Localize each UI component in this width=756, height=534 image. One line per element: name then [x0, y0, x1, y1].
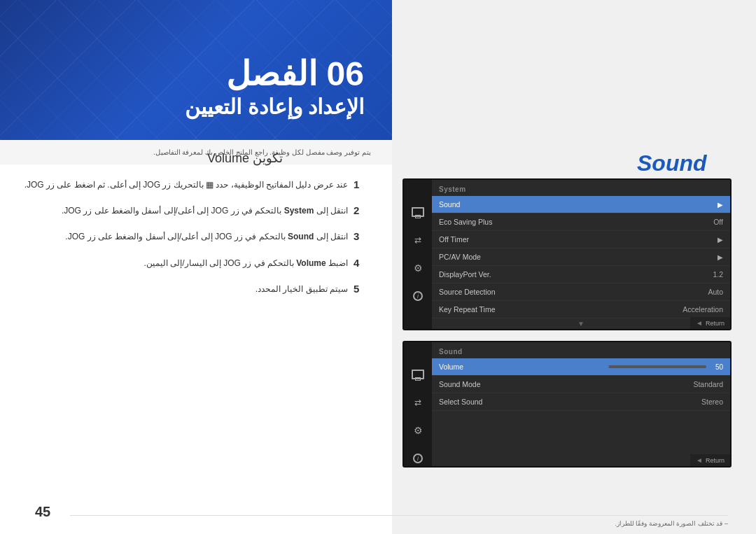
gear-icon: ⚙	[410, 260, 426, 276]
menu-header-1: System	[432, 180, 730, 196]
volume-fill	[463, 365, 609, 368]
arrows-icon-2: ⇄	[410, 395, 426, 410]
monitor-sidebar-1: ⇄ ⚙ i	[404, 180, 432, 329]
menu-down-arrow-1: ▼	[432, 318, 730, 329]
menu-item-eco: Eco Saving Plus Off	[432, 213, 730, 231]
menu-item-selectsound: Select Sound Stereo	[432, 393, 730, 411]
monitor-sidebar-2: ⇄ ⚙ i	[404, 342, 432, 466]
step-4: 4 اضبط Volume بالتحكم في زر JOG إلى اليس…	[21, 257, 371, 270]
step-number-4: 4	[354, 257, 371, 269]
step-text-5: سيتم تطبيق الخيار المحدد.	[255, 283, 348, 296]
header-section: 06 الفصل الإعداد وإعادة التعيين	[0, 0, 392, 140]
gear-icon-2: ⚙	[410, 423, 426, 438]
menu-item-pcav: PC/AV Mode ▶	[432, 248, 730, 266]
step-2: 2 انتقل إلى System بالتحكم في زر JOG إلى…	[21, 204, 371, 218]
volume-section-title: تكوين Volume	[112, 150, 378, 166]
monitor-inner-2: ⇄ ⚙ i Sound Volume 50	[404, 342, 730, 466]
menu-header-2: Sound	[432, 342, 730, 358]
step-number-5: 5	[354, 283, 371, 295]
footer-note: – قد تختلف الصورة المعروضة وفقًا للطراز.	[70, 515, 728, 527]
return-label-2: Return	[706, 457, 724, 464]
menu-item-volume: Volume 50	[432, 358, 730, 376]
sound-heading: Sound	[637, 150, 707, 176]
step-1: 1 عند عرض دليل المفاتيح الوظيفية، حدد ▦ …	[21, 178, 371, 192]
step-5: 5 سيتم تطبيق الخيار المحدد.	[21, 283, 371, 296]
menu-item-offtimer: Off Timer ▶	[432, 231, 730, 248]
arrows-icon: ⇄	[410, 232, 426, 248]
volume-track	[463, 365, 706, 368]
monitor-menu-1: System Sound ▶ Eco Saving Plus Off Off T…	[432, 180, 730, 329]
monitor-inner-1: ⇄ ⚙ i System Sound ▶ Eco Saving Plus Off	[404, 180, 730, 329]
monitors-area: ⇄ ⚙ i System Sound ▶ Eco Saving Plus Off	[402, 178, 732, 478]
chapter-title: الإعداد وإعادة التعيين	[185, 94, 364, 119]
step-text-4: اضبط Volume بالتحكم في زر JOG إلى اليسار…	[144, 257, 348, 270]
menu-item-sound: Sound ▶	[432, 196, 730, 213]
menu-item-displayport: DisplayPort Ver. 1.2	[432, 266, 730, 283]
return-bar-1: ◄ Return	[690, 317, 730, 329]
step-text-1: عند عرض دليل المفاتيح الوظيفية، حدد ▦ با…	[24, 178, 348, 192]
steps-area: 1 عند عرض دليل المفاتيح الوظيفية، حدد ▦ …	[21, 178, 371, 309]
return-bar-2: ◄ Return	[690, 454, 730, 466]
step-3: 3 انتقل إلى Sound بالتحكم في زر JOG إلى …	[21, 230, 371, 244]
header-text: 06 الفصل الإعداد وإعادة التعيين	[185, 57, 364, 119]
monitor-screen-1: ⇄ ⚙ i System Sound ▶ Eco Saving Plus Off	[402, 178, 732, 330]
page-number: 45	[35, 504, 50, 520]
step-number-3: 3	[354, 230, 371, 242]
step-text-3: انتقل إلى Sound بالتحكم في زر JOG إلى أع…	[65, 230, 348, 244]
info-icon-2: i	[410, 451, 426, 466]
monitor-icon	[410, 204, 426, 220]
return-label-1: Return	[706, 320, 724, 327]
step-number-1: 1	[354, 178, 371, 190]
monitor-icon-2	[410, 367, 426, 382]
info-icon: i	[410, 288, 426, 304]
menu-item-source: Source Detection Auto	[432, 283, 730, 301]
chapter-number: 06 الفصل	[185, 57, 364, 91]
volume-number: 50	[709, 363, 723, 371]
monitor-screen-2: ⇄ ⚙ i Sound Volume 50	[402, 341, 732, 468]
monitor-menu-2: Sound Volume 50 Sound Mode Standard Sele	[432, 342, 730, 466]
step-number-2: 2	[354, 204, 371, 216]
step-text-2: انتقل إلى System بالتحكم في زر JOG إلى أ…	[62, 204, 348, 218]
menu-item-soundmode: Sound Mode Standard	[432, 376, 730, 393]
volume-bar-container: 50	[463, 363, 723, 371]
menu-item-keyrepeat: Key Repeat Time Acceleration	[432, 301, 730, 318]
